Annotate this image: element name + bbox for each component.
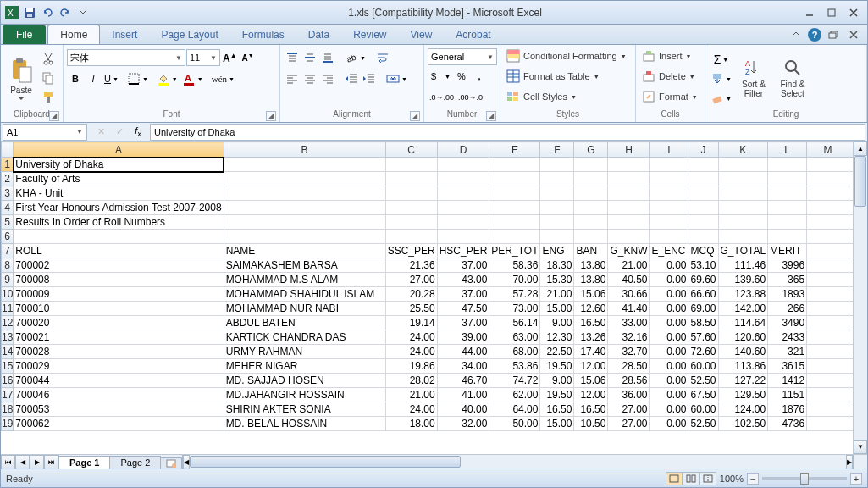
format-as-table-button[interactable]: Format as Table▼ <box>504 67 632 86</box>
cell[interactable]: 21.00 <box>608 258 650 273</box>
cell[interactable] <box>688 158 718 172</box>
cell[interactable]: University of Dhaka <box>14 158 224 172</box>
cell[interactable] <box>574 186 608 201</box>
font-size-combo[interactable]: 11▼ <box>186 49 220 66</box>
cell[interactable] <box>608 230 650 244</box>
column-header[interactable]: J <box>688 142 718 158</box>
cell[interactable]: 62.00 <box>489 388 540 402</box>
cell[interactable]: MEHER NIGAR <box>224 359 385 374</box>
cell[interactable]: 365 <box>768 273 807 287</box>
row-header[interactable]: 15 <box>2 359 14 374</box>
cell[interactable]: 34.00 <box>437 359 489 374</box>
cell[interactable]: 12.30 <box>540 330 574 345</box>
cell[interactable]: 46.70 <box>437 374 489 388</box>
sheet-nav-prev[interactable]: ◀ <box>15 455 30 469</box>
phonetic-button[interactable]: wén▼ <box>210 69 236 88</box>
cell[interactable] <box>807 302 849 316</box>
cell[interactable] <box>489 158 540 172</box>
cell[interactable] <box>768 172 807 186</box>
cell[interactable] <box>807 374 849 388</box>
cell[interactable] <box>437 172 489 186</box>
file-tab[interactable]: File <box>3 25 46 44</box>
decrease-decimal-button[interactable]: .00→.0 <box>456 88 484 107</box>
cell[interactable] <box>768 201 807 215</box>
cell[interactable]: First Year Honours Admission Test 2007-2… <box>14 201 224 215</box>
cell[interactable]: 19.14 <box>385 316 437 330</box>
cell[interactable]: MD.JAHANGIR HOSSAIN <box>224 388 385 402</box>
cell[interactable] <box>608 215 650 230</box>
tab-insert[interactable]: Insert <box>100 25 149 44</box>
zoom-in-button[interactable]: + <box>850 473 862 485</box>
cell[interactable]: 28.02 <box>385 374 437 388</box>
tab-formulas[interactable]: Formulas <box>230 25 296 44</box>
merge-center-button[interactable]: ▼ <box>384 69 409 88</box>
scroll-right-button[interactable]: ▶ <box>846 455 853 469</box>
cell[interactable] <box>807 186 849 201</box>
cell[interactable] <box>650 158 688 172</box>
cell[interactable] <box>807 330 849 345</box>
cell[interactable]: 129.50 <box>718 388 768 402</box>
cell[interactable]: 700062 <box>14 417 224 431</box>
row-header[interactable]: 2 <box>2 172 14 186</box>
sheet-nav-last[interactable]: ⏭ <box>44 455 58 469</box>
cell[interactable]: 124.00 <box>718 402 768 417</box>
cell[interactable]: MOHAMMAD NUR NABI <box>224 302 385 316</box>
cell[interactable]: 41.00 <box>437 388 489 402</box>
align-middle-button[interactable] <box>301 48 318 67</box>
cell[interactable]: 102.50 <box>718 417 768 431</box>
cell[interactable] <box>650 201 688 215</box>
tab-data[interactable]: Data <box>296 25 341 44</box>
row-header[interactable]: 11 <box>2 302 14 316</box>
column-header[interactable]: B <box>224 142 385 158</box>
cell[interactable] <box>807 316 849 330</box>
cell[interactable]: 113.86 <box>718 359 768 374</box>
cell[interactable] <box>224 230 385 244</box>
align-center-button[interactable] <box>301 69 318 88</box>
cell[interactable]: 21.00 <box>540 287 574 302</box>
column-header[interactable]: A <box>14 142 224 158</box>
cell[interactable]: 700028 <box>14 345 224 359</box>
cell[interactable]: 266 <box>768 302 807 316</box>
column-header[interactable]: F <box>540 142 574 158</box>
cell[interactable]: 53.10 <box>688 258 718 273</box>
cell[interactable] <box>688 230 718 244</box>
cell[interactable]: 57.60 <box>688 330 718 345</box>
cell[interactable] <box>768 158 807 172</box>
cell[interactable]: 25.50 <box>385 302 437 316</box>
cell[interactable]: 16.50 <box>574 402 608 417</box>
cell[interactable]: 58.50 <box>688 316 718 330</box>
cell[interactable]: 700008 <box>14 273 224 287</box>
cell[interactable]: KHA - Unit <box>14 186 224 201</box>
format-painter-button[interactable] <box>40 88 57 107</box>
cell[interactable]: 32.16 <box>608 330 650 345</box>
cell[interactable] <box>385 215 437 230</box>
zoom-slider[interactable] <box>762 477 847 480</box>
cell[interactable] <box>224 172 385 186</box>
cell[interactable] <box>807 201 849 215</box>
cell[interactable]: 27.00 <box>385 273 437 287</box>
border-button[interactable]: ▼ <box>125 69 150 88</box>
cell[interactable]: 1412 <box>768 374 807 388</box>
tab-review[interactable]: Review <box>341 25 398 44</box>
cell[interactable]: 0.00 <box>650 330 688 345</box>
cell[interactable]: 19.50 <box>540 359 574 374</box>
cell[interactable]: 139.60 <box>718 273 768 287</box>
cell[interactable]: 32.70 <box>608 345 650 359</box>
cell[interactable] <box>807 273 849 287</box>
row-header[interactable]: 9 <box>2 273 14 287</box>
find-select-button[interactable]: Find & Select <box>774 47 811 109</box>
cell[interactable]: 1893 <box>768 287 807 302</box>
cell[interactable]: 27.00 <box>608 417 650 431</box>
column-header[interactable]: C <box>385 142 437 158</box>
cell[interactable] <box>718 215 768 230</box>
cell[interactable] <box>807 417 849 431</box>
cell[interactable]: MOHAMMAD M.S ALAM <box>224 273 385 287</box>
cell[interactable]: 32.00 <box>437 417 489 431</box>
cell[interactable]: 4736 <box>768 417 807 431</box>
scroll-thumb[interactable] <box>190 456 461 468</box>
cell[interactable] <box>807 244 849 258</box>
row-header[interactable]: 5 <box>2 215 14 230</box>
cell[interactable]: 22.50 <box>540 345 574 359</box>
row-header[interactable]: 8 <box>2 258 14 273</box>
cell[interactable]: SAIMAKASHEM BARSA <box>224 258 385 273</box>
